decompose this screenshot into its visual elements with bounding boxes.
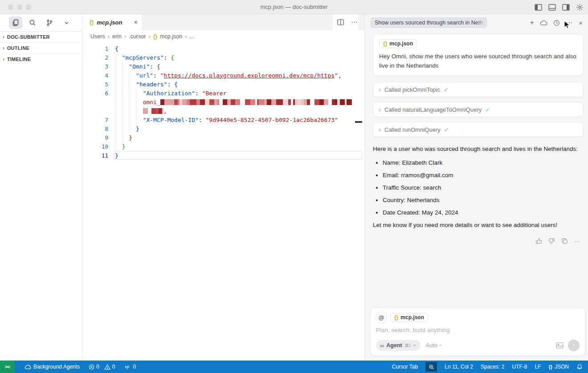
thumbs-down-icon[interactable]: [548, 238, 555, 245]
mode-selector[interactable]: ∞ Agent ⌘I: [376, 340, 421, 351]
history-icon[interactable]: [553, 20, 560, 26]
code-line[interactable]: 8 }: [82, 124, 364, 133]
new-chat-icon[interactable]: +: [530, 18, 534, 27]
code-line[interactable]: omni_: [82, 97, 364, 106]
context-file-pill[interactable]: {} mcp.json: [379, 39, 417, 48]
expand-chevron-icon: ›: [379, 105, 381, 113]
success-check-icon: ✓: [485, 106, 490, 113]
breadcrumb-item[interactable]: Users: [90, 33, 105, 40]
maximize-window-icon[interactable]: [26, 4, 31, 10]
json-file-icon: {}: [394, 314, 398, 320]
line-number: 11: [82, 152, 108, 159]
encoding-setting[interactable]: UTF-8: [512, 364, 527, 370]
response-more-icon[interactable]: ⋯: [574, 238, 581, 245]
notifications-bell-icon[interactable]: [576, 364, 583, 370]
line-number: 1: [82, 45, 108, 52]
code-line[interactable]: 4 "url": "https://docs.playground.explor…: [82, 71, 364, 80]
breadcrumb-item[interactable]: erin: [112, 33, 122, 40]
window-controls[interactable]: [8, 4, 31, 10]
chat-input-box[interactable]: @ {} mcp.json ∞ Agent ⌘I Auto ↑: [370, 307, 585, 356]
user-message: {} mcp.json Hey Omni, show me the users …: [373, 34, 584, 76]
copy-response-icon[interactable]: [561, 238, 568, 245]
sidebar: › DOC-SUBMITTER › OUTLINE › TIMELINE: [0, 14, 82, 361]
send-button[interactable]: ↑: [568, 340, 580, 351]
json-file-icon: {}: [90, 19, 94, 25]
thumbs-up-icon[interactable]: [535, 238, 542, 245]
toggle-left-panel-icon[interactable]: [535, 4, 542, 11]
add-context-icon[interactable]: @: [376, 312, 387, 323]
tool-call-card[interactable]: ›Called pickOmniTopic✓: [373, 82, 584, 97]
tool-call-label: Called pickOmniTopic: [384, 86, 440, 93]
code-line[interactable]: ,: [82, 106, 364, 115]
line-number: 3: [82, 63, 108, 70]
response-bullet: Traffic Source: search: [383, 183, 581, 192]
more-views-chevron-icon[interactable]: [60, 16, 73, 29]
code-line[interactable]: 9 }: [82, 133, 364, 142]
model-selector[interactable]: Auto: [426, 342, 443, 349]
expand-chevron-icon: ›: [379, 85, 381, 93]
tool-call-card[interactable]: ›Called runOmniQuery✓: [373, 122, 584, 137]
line-number: 6: [82, 90, 108, 97]
tab-bar: {} mcp.json × ⋯: [82, 14, 364, 30]
tool-call-card[interactable]: ›Called naturalLanguageToOmniQuery✓: [373, 102, 584, 117]
code-line[interactable]: 3 "Omni": {: [82, 62, 364, 71]
indentation-setting[interactable]: Spaces: 2: [481, 364, 504, 370]
breadcrumb-item[interactable]: .cursor: [129, 33, 146, 40]
chat-input-field[interactable]: [376, 327, 580, 333]
input-context-pill[interactable]: {} mcp.json: [390, 313, 428, 322]
tab-mcp-json[interactable]: {} mcp.json ×: [82, 14, 143, 30]
screenshot-zoom-indicator[interactable]: [425, 362, 437, 372]
breadcrumb-item[interactable]: mcp.json: [160, 33, 182, 40]
ports-button[interactable]: 0: [124, 364, 136, 370]
minimize-window-icon[interactable]: [17, 4, 22, 10]
code-line[interactable]: 2 "mcpServers": {: [82, 53, 364, 62]
attach-image-icon[interactable]: [556, 342, 564, 349]
overview-ruler-marker: [355, 121, 362, 123]
source-control-icon[interactable]: [43, 16, 56, 29]
line-number: 4: [82, 72, 108, 79]
chat-messages[interactable]: {} mcp.json Hey Omni, show me the users …: [365, 31, 588, 307]
cloud-icon: [24, 365, 31, 369]
cursor-tab-toggle[interactable]: Cursor Tab: [392, 364, 418, 370]
background-agents-button[interactable]: Background Agents: [24, 364, 80, 370]
sidebar-item-outline[interactable]: › OUTLINE: [0, 42, 82, 53]
toggle-right-panel-icon[interactable]: [562, 4, 570, 11]
response-bullet: Name: Elizabeth Clark: [383, 158, 581, 167]
close-tab-icon[interactable]: ×: [134, 19, 138, 26]
tool-call-label: Called runOmniQuery: [384, 126, 441, 133]
code-editor[interactable]: 1{2 "mcpServers": {3 "Omni": {4 "url": "…: [82, 44, 364, 160]
code-line[interactable]: 1{: [82, 44, 364, 53]
code-line[interactable]: 10 }: [82, 142, 364, 151]
line-number: 5: [82, 81, 108, 88]
sidebar-item-timeline[interactable]: › TIMELINE: [0, 53, 82, 65]
status-bar: >< Background Agents 0 0 0 Cursor Tab Ln…: [0, 361, 588, 373]
close-window-icon[interactable]: [8, 4, 13, 10]
code-line[interactable]: 5 "headers": {: [82, 80, 364, 89]
sidebar-item-doc-submitter[interactable]: › DOC-SUBMITTER: [0, 31, 82, 42]
toggle-bottom-panel-icon[interactable]: [548, 4, 556, 11]
chat-panel: Show users sourced through search in Net…: [364, 14, 588, 361]
breadcrumb-item[interactable]: ...: [189, 33, 194, 40]
window-title: mcp.json — doc-submitter: [0, 4, 588, 10]
cloud-icon[interactable]: [540, 20, 547, 26]
editor-more-actions-icon[interactable]: ⋯: [351, 18, 358, 26]
split-editor-icon[interactable]: [337, 19, 344, 25]
remote-indicator[interactable]: ><: [0, 361, 15, 373]
code-line[interactable]: 11}: [82, 151, 364, 160]
cursor-position[interactable]: Ln 11, Col 2: [445, 364, 473, 370]
code-line[interactable]: 7 "X-MCP-Model-ID": "9d9440e5-8522-4507-…: [82, 115, 364, 124]
breadcrumb-separator: ›: [185, 33, 187, 40]
eol-setting[interactable]: LF: [535, 364, 541, 370]
chat-tab[interactable]: Show users sourced through search in Net…: [370, 17, 487, 28]
close-panel-icon[interactable]: ×: [579, 19, 583, 27]
line-number: 2: [82, 54, 108, 61]
problems-button[interactable]: 0 0: [89, 364, 115, 370]
breadcrumb[interactable]: Users›erin›.cursor›{}mcp.json›...: [82, 30, 364, 42]
search-icon[interactable]: [26, 16, 39, 29]
explorer-icon[interactable]: [9, 16, 22, 29]
tab-label: mcp.json: [97, 19, 122, 26]
settings-gear-icon[interactable]: [576, 4, 584, 11]
language-mode[interactable]: {} JSON: [548, 364, 569, 370]
code-line[interactable]: 6 "Authorization": "Bearer: [82, 89, 364, 97]
section-label: OUTLINE: [7, 45, 29, 51]
